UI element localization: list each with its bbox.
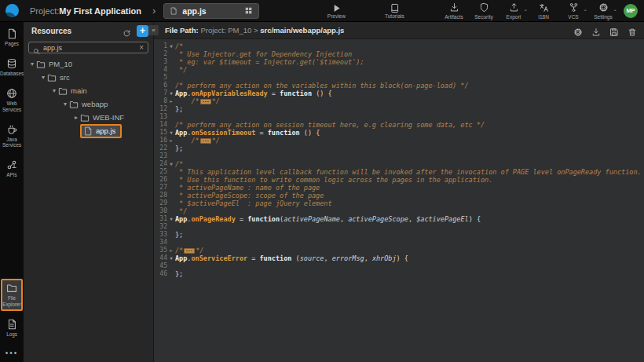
chevron-down-icon[interactable]: ▾ (50, 87, 58, 94)
chevron-down-icon[interactable]: ▾ (28, 60, 36, 68)
open-file-tab[interactable]: app.js (163, 3, 259, 19)
artifacts-button[interactable]: Artifacts (441, 2, 467, 20)
code-line-28[interactable]: 28 * activePageScope: scope of the page (154, 192, 644, 199)
fold-toggle-icon[interactable]: ▼ (167, 129, 175, 137)
code-line-25[interactable]: 25 * This application level callback fun… (154, 168, 644, 176)
folded-code-icon[interactable] (200, 138, 211, 144)
code-line-6[interactable]: 6/* perform any action on the variables … (154, 82, 644, 90)
fold-toggle-icon[interactable]: ► (167, 247, 175, 254)
sidebar-item-apis[interactable]: APIs (0, 158, 24, 179)
tree-row-app.js[interactable]: app.js (24, 124, 153, 137)
editor-save-icon[interactable] (609, 25, 620, 36)
code-line-26[interactable]: 26 * Use this function to write common l… (154, 176, 644, 184)
code-line-12[interactable]: 12}; (154, 105, 644, 113)
tree-row-src[interactable]: ▾src (24, 71, 153, 84)
editor-header: « File Path: Project: PM_10 > src/main/w… (154, 22, 644, 39)
sidebar-item-file-explorer[interactable]: File Explorer (1, 279, 23, 310)
resources-panel: Resources + app.js × ▾PM_10▾src▾main▾web… (24, 22, 154, 362)
fold-toggle-icon[interactable]: ▼ (167, 160, 175, 168)
sidebar-item-logs[interactable]: Logs (0, 317, 24, 338)
fold-toggle-icon[interactable]: ▼ (167, 254, 175, 262)
tree-row-pm_10[interactable]: ▾PM_10 (24, 57, 153, 71)
fold-toggle-icon[interactable]: ▼ (167, 215, 175, 223)
project-title: Project:My First Application (30, 6, 141, 16)
code-line-4[interactable]: 4 */ (154, 66, 644, 74)
editor-settings-gear-icon[interactable] (573, 25, 584, 36)
tree-row-webapp[interactable]: ▾webapp (24, 97, 153, 111)
code-text: App.onSessionTimeout = function () { (175, 129, 320, 137)
fold-toggle-icon[interactable]: ▼ (167, 90, 175, 97)
code-line-5[interactable]: 5 (154, 74, 644, 82)
sidebar-more-button[interactable]: ••• (5, 349, 19, 357)
sidebar-item-pages[interactable]: Pages (0, 27, 24, 48)
i18n-button[interactable]: I18N (531, 2, 556, 20)
code-line-24[interactable]: 24▼/* (154, 160, 644, 168)
code-line-14[interactable]: 14/* perform any action on session timeo… (154, 121, 644, 129)
code-line-29[interactable]: 29 * $activePageEl : page jQuery element (154, 199, 644, 207)
collapse-panel-icon[interactable]: « (148, 25, 159, 35)
code-line-8[interactable]: 8► /**/ (154, 97, 644, 105)
editor-download-icon[interactable] (591, 25, 602, 36)
export-button[interactable]: Export⌄ (501, 2, 526, 20)
tree-row-main[interactable]: ▾main (24, 84, 153, 97)
code-text: /* (175, 42, 183, 50)
settings-button[interactable]: Settings⌄ (591, 2, 616, 20)
no-fold (167, 121, 175, 129)
code-text: * $activePageEl : page jQuery element (175, 199, 332, 207)
code-line-45[interactable]: 45 (154, 262, 644, 270)
code-line-46[interactable]: 46}; (154, 270, 644, 278)
no-fold (167, 66, 175, 74)
code-text: * This application level callback functi… (175, 168, 642, 176)
code-line-27[interactable]: 27 * activePageName : name of the page (154, 184, 644, 192)
chevron-down-icon[interactable]: ▾ (39, 74, 47, 81)
folded-code-icon[interactable] (184, 248, 195, 254)
code-line-23[interactable]: 23 (154, 152, 644, 160)
security-label: Security (474, 14, 492, 20)
vcs-button[interactable]: VCS⌄ (561, 2, 586, 20)
code-line-31[interactable]: 31▼App.onPageReady = function(activePage… (154, 215, 644, 223)
fold-toggle-icon[interactable]: ► (167, 97, 175, 105)
tutorials-button[interactable]: Tutorials (377, 3, 412, 19)
code-line-16[interactable]: 16► /**/ (154, 137, 644, 144)
sidebar-item-databases[interactable]: Databases (0, 57, 24, 78)
code-line-34[interactable]: 34 (154, 239, 644, 247)
line-number: 15 (154, 129, 167, 137)
code-line-44[interactable]: 44▼App.onServiceError = function (source… (154, 254, 644, 262)
sidebar-item-web-services[interactable]: Web Services (0, 86, 24, 113)
code-line-30[interactable]: 30 */ (154, 207, 644, 215)
code-editor[interactable]: 1▼/*2 * Use Injector.get for Dependency … (154, 39, 644, 362)
refresh-icon[interactable] (121, 25, 132, 36)
line-number: 34 (154, 239, 167, 247)
clear-search-icon[interactable]: × (139, 43, 144, 52)
wavemaker-logo[interactable] (0, 0, 24, 22)
code-line-33[interactable]: 33}; (154, 231, 644, 239)
code-line-7[interactable]: 7▼App.onAppVariablesReady = function () … (154, 90, 644, 97)
editor-delete-trash-icon[interactable] (627, 25, 638, 36)
preview-button[interactable]: Preview (319, 3, 353, 19)
code-line-32[interactable]: 32 (154, 223, 644, 231)
security-button[interactable]: Security (471, 2, 496, 20)
no-fold (167, 239, 175, 247)
line-number: 24 (154, 160, 167, 168)
sidebar-item-java-services[interactable]: Java Services (0, 122, 24, 149)
chevron-right-icon[interactable]: ▸ (72, 114, 80, 121)
topbar-right-group: ArtifactsSecurityExport⌄I18NVCS⌄Settings… (441, 2, 620, 20)
folded-code-icon[interactable] (200, 99, 211, 104)
code-line-15[interactable]: 15▼App.onSessionTimeout = function () { (154, 129, 644, 137)
fold-toggle-icon[interactable]: ▼ (167, 42, 175, 50)
selected-file-highlight[interactable]: app.js (80, 124, 122, 138)
user-avatar[interactable]: MP (624, 4, 638, 18)
add-resource-button[interactable]: + (137, 25, 148, 37)
code-line-3[interactable]: 3 * eg: var $timeout = Injector.get('$ti… (154, 58, 644, 66)
code-line-22[interactable]: 22}; (154, 144, 644, 152)
code-line-2[interactable]: 2 * Use Injector.get for Dependency Inje… (154, 50, 644, 58)
no-fold (167, 262, 175, 270)
chevron-down-icon[interactable]: ▾ (61, 101, 69, 108)
search-input[interactable]: app.js × (28, 42, 148, 53)
code-line-1[interactable]: 1▼/* (154, 42, 644, 50)
grid-icon[interactable] (244, 6, 253, 15)
fold-toggle-icon[interactable]: ► (167, 137, 175, 144)
code-line-35[interactable]: 35►/**/ (154, 247, 644, 254)
code-line-13[interactable]: 13 (154, 113, 644, 121)
tree-row-web-inf[interactable]: ▸WEB-INF (24, 111, 153, 124)
